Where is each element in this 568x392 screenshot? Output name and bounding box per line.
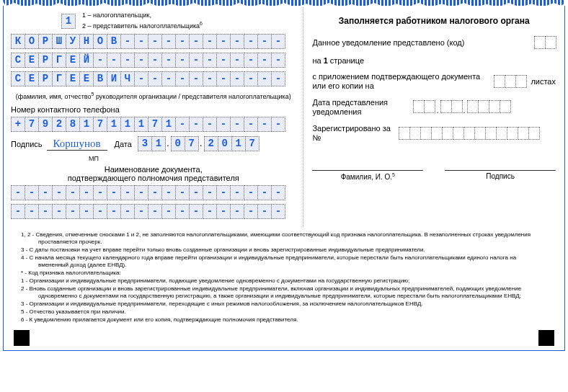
submit-date-row: Дата представления уведомления .. <box>312 98 556 117</box>
phone-label: Номер контактного телефона <box>11 105 296 114</box>
signature-row: Подпись Коршунов Дата 31.07.2017 <box>11 136 296 151</box>
official-sign-line[interactable]: Подпись <box>445 170 556 181</box>
doc-cells-1[interactable]: -------------------- <box>11 185 296 200</box>
pages-row: на 1 странице <box>312 56 556 65</box>
taxpayer-type-row: 1 1 – налогоплательщик, 2 – представител… <box>11 12 296 30</box>
right-column: Заполняется работником налогового органа… <box>303 6 564 227</box>
torn-edge <box>3 0 565 6</box>
doc-cells-2[interactable]: -------------------- <box>11 204 296 219</box>
doc-caption: Наименование документа, подтверждающего … <box>11 165 296 182</box>
reg-number-cells[interactable] <box>399 127 539 140</box>
attachment-cells[interactable] <box>494 75 526 88</box>
firstname-cells[interactable]: СЕРГЕЙ-------------- <box>11 53 296 68</box>
marker-left <box>14 330 30 346</box>
form-body: 1 1 – налогоплательщик, 2 – представител… <box>3 6 565 227</box>
taxpayer-type-cell[interactable]: 1 <box>61 14 75 29</box>
taxpayer-type-legend: 1 – налогоплательщик, 2 – представитель … <box>82 12 203 30</box>
marker-row <box>3 327 565 351</box>
name-caption: (фамилия, имя, отчество5 руководителя ор… <box>11 90 296 101</box>
notice-code-row: Данное уведомление представлено (код) <box>312 36 556 49</box>
date-label: Дата <box>115 140 132 148</box>
submit-date-cells[interactable]: .. <box>413 100 510 115</box>
footnotes: 1, 2 - Сведения, отмеченные сносками 1 и… <box>3 227 565 327</box>
date-cells[interactable]: 31.07.2017 <box>138 136 259 151</box>
official-fio-line[interactable]: Фамилия, И. О.5 <box>312 170 423 181</box>
phone-cells[interactable]: +79281711171-------- <box>11 117 296 132</box>
patronymic-cells[interactable]: СЕРГЕЕВИЧ----------- <box>11 71 296 86</box>
left-column: 1 1 – налогоплательщик, 2 – представител… <box>4 6 303 227</box>
signature-label: Подпись <box>11 140 43 148</box>
marker-right <box>538 330 554 346</box>
stamp-label: МП <box>65 155 123 162</box>
surname-cells[interactable]: КОРШУНОВ------------ <box>11 34 296 49</box>
signature-value[interactable]: Коршунов <box>47 138 107 151</box>
attachment-row: с приложением подтверждающего документа … <box>312 72 556 91</box>
official-title: Заполняется работником налогового органа <box>312 16 556 26</box>
official-sign-row: Фамилия, И. О.5 Подпись <box>312 150 556 181</box>
reg-number-row: Зарегистрировано за № <box>312 124 556 143</box>
notice-code-cells[interactable] <box>534 36 556 49</box>
tax-form-page: 1 1 – налогоплательщик, 2 – представител… <box>0 0 568 392</box>
